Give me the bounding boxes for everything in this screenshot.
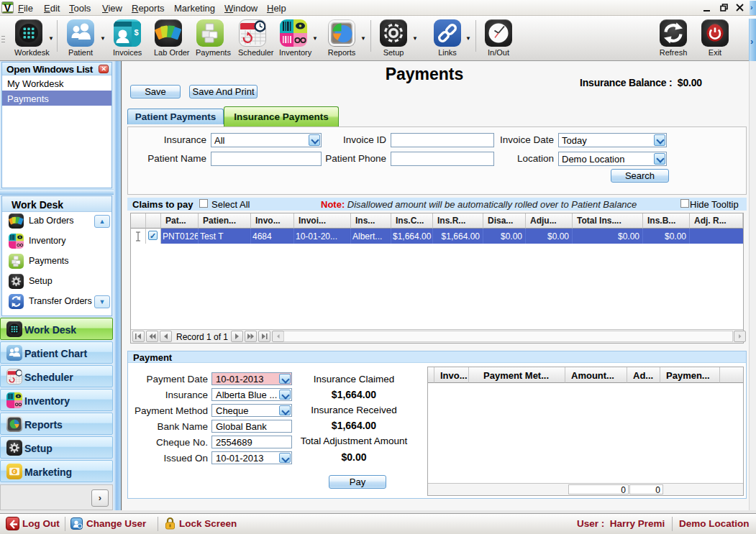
svg-text:$: $ <box>134 28 138 37</box>
svg-text:e: e <box>13 469 16 474</box>
